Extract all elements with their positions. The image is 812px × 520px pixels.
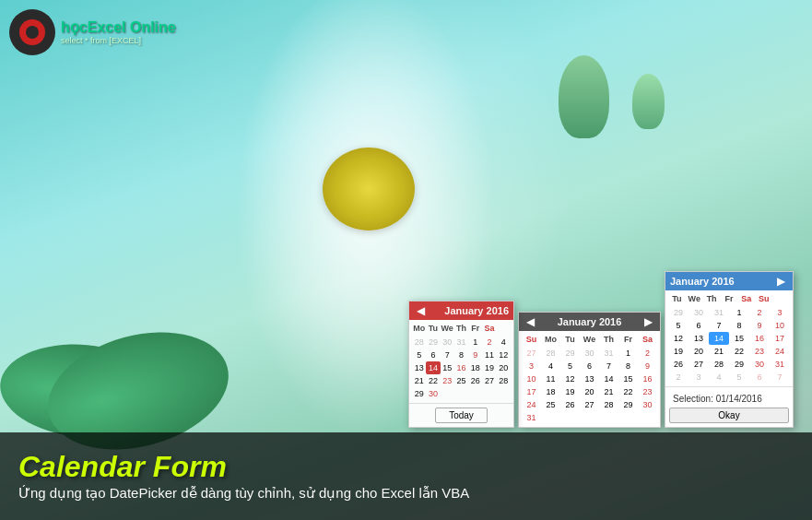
cal2-cell[interactable]: 30: [638, 398, 657, 411]
cal2-cell[interactable]: 17: [522, 385, 541, 398]
cal3-cell-selected[interactable]: 14: [709, 332, 729, 345]
cal2-cell[interactable]: 3: [522, 360, 541, 372]
cal2-cell[interactable]: 23: [638, 385, 657, 398]
cal1-cell[interactable]: 2: [482, 336, 496, 349]
cal3-cell[interactable]: 1: [729, 306, 749, 319]
cal2-cell[interactable]: 27: [580, 398, 599, 411]
cal1-cell[interactable]: 29: [426, 336, 440, 349]
cal1-cell[interactable]: 8: [454, 349, 468, 361]
cal2-cell[interactable]: 28: [599, 398, 618, 411]
cal3-cell[interactable]: 28: [709, 358, 729, 371]
cal3-cell[interactable]: 10: [770, 319, 790, 332]
cal3-cell[interactable]: 7: [709, 319, 729, 332]
cal3-cell[interactable]: 5: [668, 319, 688, 332]
cal1-cell[interactable]: 28: [497, 374, 511, 387]
cal3-cell[interactable]: 30: [688, 306, 709, 319]
cal3-cell[interactable]: 19: [668, 345, 688, 358]
cal3-cell[interactable]: 31: [709, 306, 729, 319]
cal3-next-btn[interactable]: ▶: [774, 276, 788, 287]
cal1-cell[interactable]: 5: [412, 349, 426, 361]
cal2-cell[interactable]: 6: [580, 360, 599, 372]
cal1-cell[interactable]: 27: [482, 374, 496, 387]
cal2-cell[interactable]: 20: [580, 385, 599, 398]
cal1-cell[interactable]: 20: [497, 361, 511, 374]
cal2-cell[interactable]: 29: [618, 398, 638, 411]
cal1-cell[interactable]: 13: [412, 361, 426, 374]
cal2-cell[interactable]: 12: [560, 372, 580, 385]
cal1-cell[interactable]: 28: [412, 336, 426, 349]
cal2-cell[interactable]: 19: [560, 385, 580, 398]
cal2-cell[interactable]: [618, 411, 638, 424]
cal2-cell[interactable]: 9: [638, 360, 657, 372]
cal3-cell[interactable]: 22: [729, 345, 749, 358]
cal3-cell[interactable]: 6: [688, 319, 709, 332]
cal2-cell[interactable]: 31: [599, 347, 618, 360]
cal3-cell[interactable]: 8: [729, 319, 749, 332]
cal2-cell[interactable]: 28: [541, 347, 560, 360]
cal3-cell[interactable]: 26: [668, 358, 688, 371]
cal1-cell[interactable]: 18: [468, 361, 482, 374]
cal2-cell[interactable]: [580, 411, 599, 424]
cal3-cell[interactable]: 6: [749, 371, 770, 384]
cal1-cell[interactable]: 31: [454, 336, 468, 349]
cal2-cell[interactable]: 25: [541, 398, 560, 411]
cal2-cell[interactable]: 15: [618, 372, 638, 385]
cal2-cell[interactable]: [599, 411, 618, 424]
cal3-cell[interactable]: 21: [709, 345, 729, 358]
cal3-cell[interactable]: 15: [729, 332, 749, 345]
cal1-cell[interactable]: 9: [468, 349, 482, 361]
cal2-cell[interactable]: 7: [599, 360, 618, 372]
cal2-cell[interactable]: 13: [580, 372, 599, 385]
cal3-cell[interactable]: 2: [668, 371, 688, 384]
cal3-cell[interactable]: 9: [749, 319, 770, 332]
cal1-cell[interactable]: 7: [441, 349, 454, 361]
cal3-cell[interactable]: 4: [709, 371, 729, 384]
cal1-cell[interactable]: 15: [441, 361, 454, 374]
cal3-cell[interactable]: 27: [688, 358, 709, 371]
cal2-cell[interactable]: 4: [541, 360, 560, 372]
cal3-cell[interactable]: 2: [749, 306, 770, 319]
cal2-cell[interactable]: 22: [618, 385, 638, 398]
cal2-cell[interactable]: 1: [618, 347, 638, 360]
cal2-cell[interactable]: 30: [580, 347, 599, 360]
cal2-cell[interactable]: 29: [560, 347, 580, 360]
cal3-cell[interactable]: 3: [770, 306, 790, 319]
cal2-prev-btn[interactable]: ◀: [524, 316, 537, 327]
cal3-cell[interactable]: 5: [729, 371, 749, 384]
cal1-cell[interactable]: 22: [426, 374, 440, 387]
cal1-cell[interactable]: 25: [454, 374, 468, 387]
cal3-cell[interactable]: 23: [749, 345, 770, 358]
cal2-cell[interactable]: 24: [522, 398, 541, 411]
cal1-cell-today[interactable]: 14: [426, 361, 440, 374]
cal1-prev-btn[interactable]: ◀: [414, 305, 428, 316]
cal2-cell[interactable]: 31: [522, 411, 541, 424]
cal1-cell[interactable]: 4: [497, 336, 511, 349]
cal1-cell[interactable]: 6: [426, 349, 440, 361]
cal2-cell[interactable]: 5: [560, 360, 580, 372]
cal2-cell[interactable]: 14: [599, 372, 618, 385]
cal1-cell[interactable]: 19: [482, 361, 496, 374]
cal2-cell[interactable]: 18: [541, 385, 560, 398]
cal2-cell[interactable]: 8: [618, 360, 638, 372]
cal3-cell[interactable]: 12: [668, 332, 688, 345]
cal2-next-btn[interactable]: ▶: [641, 316, 655, 327]
cal3-cell[interactable]: 13: [688, 332, 709, 345]
cal3-cell[interactable]: 16: [749, 332, 770, 345]
cal1-cell[interactable]: 30: [441, 336, 454, 349]
cal2-cell[interactable]: [638, 411, 657, 424]
cal1-cell[interactable]: 29: [412, 387, 426, 400]
cal1-cell[interactable]: 1: [468, 336, 482, 349]
cal1-cell[interactable]: 26: [468, 374, 482, 387]
cal1-cell[interactable]: 23: [441, 374, 454, 387]
cal2-cell[interactable]: 2: [638, 347, 657, 360]
cal3-cell[interactable]: 30: [749, 358, 770, 371]
cal3-cell[interactable]: 17: [770, 332, 790, 345]
cal3-cell[interactable]: 29: [668, 306, 688, 319]
cal3-cell[interactable]: 3: [688, 371, 709, 384]
cal3-cell[interactable]: 24: [770, 345, 790, 358]
cal1-cell[interactable]: 11: [482, 349, 496, 361]
cal3-cell[interactable]: 7: [770, 371, 790, 384]
cal2-cell[interactable]: 26: [560, 398, 580, 411]
cal3-ok-btn[interactable]: Okay: [669, 408, 789, 423]
cal1-cell[interactable]: 12: [497, 349, 511, 361]
